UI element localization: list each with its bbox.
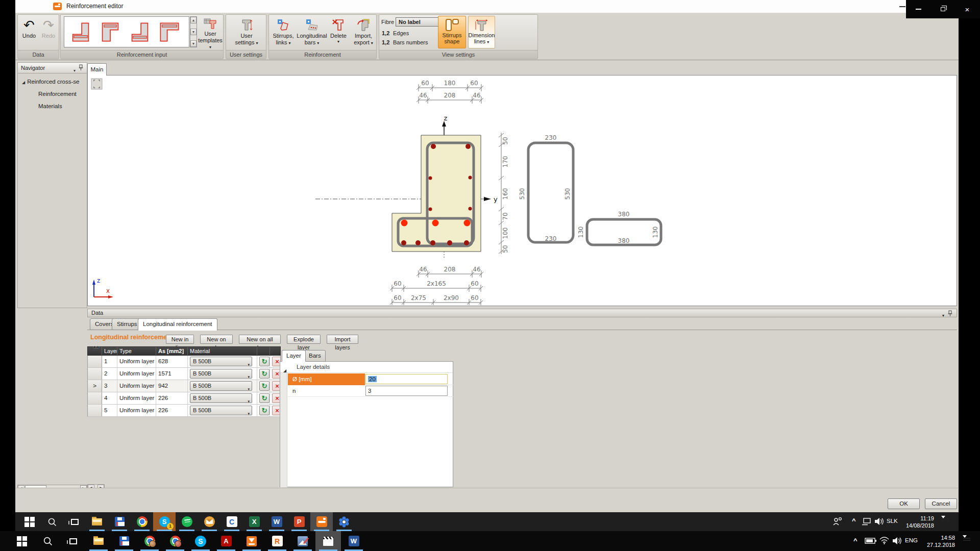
task-view-button[interactable] [63, 512, 86, 531]
data-panel-header[interactable]: Data ▾ [87, 309, 957, 317]
material-dropdown[interactable]: B 500B▾ [190, 369, 252, 379]
template-thumb-4[interactable] [156, 19, 183, 45]
taskbar-r-app[interactable]: R [264, 531, 290, 551]
navigator-header[interactable]: Navigator ▾ [18, 63, 87, 73]
edges-toggle[interactable]: Edges [393, 30, 409, 36]
pin-icon[interactable] [948, 310, 952, 319]
refresh-material-button[interactable]: ↻ [259, 357, 270, 366]
stirrups-links-button[interactable]: Stirrups, links ▾ [270, 15, 297, 49]
tree-item-materials[interactable]: Materials [38, 103, 62, 109]
restore-icon[interactable] [930, 0, 955, 18]
taskbar-file-explorer[interactable] [86, 531, 111, 551]
battery-icon[interactable] [865, 537, 877, 551]
n-input[interactable]: 3 [365, 386, 448, 396]
taskbar-chrome[interactable] [131, 512, 153, 531]
taskbar-chrome-profile-2[interactable] [162, 531, 188, 551]
table-row[interactable]: 2Uniform layer1571B 500B▾↻× [87, 368, 281, 380]
ok-button[interactable]: OK [888, 498, 920, 509]
explode-layer-button[interactable]: Explode layer [287, 335, 321, 344]
longitudinal-bars-button[interactable]: Longitudinal bars ▾ [298, 15, 326, 49]
import-export-button[interactable]: Import, export ▾ [351, 15, 376, 49]
scroll-down-icon[interactable]: ▼ [190, 40, 197, 47]
tab-main[interactable]: Main [87, 63, 107, 76]
user-settings-button[interactable]: User settings ▾ [233, 15, 260, 49]
material-dropdown[interactable]: B 500B▾ [190, 406, 252, 415]
template-thumb-3[interactable] [127, 19, 153, 45]
refresh-material-button[interactable]: ↻ [259, 381, 270, 391]
taskbar-excel[interactable]: X [243, 512, 265, 531]
new-on-edge-button[interactable]: New on edge [200, 335, 233, 344]
material-dropdown[interactable]: B 500B▾ [190, 393, 252, 403]
template-thumb-1[interactable] [67, 19, 94, 45]
tab-longitudinal-reinforcement[interactable]: Longitudinal reinforcement [138, 318, 217, 331]
wifi-icon[interactable] [879, 536, 890, 551]
refresh-material-button[interactable]: ↻ [259, 369, 270, 379]
delete-button[interactable]: Delete ▾ [327, 15, 350, 49]
close-icon[interactable]: × [955, 0, 979, 18]
taskbar-word[interactable]: W [341, 531, 366, 551]
cross-section-drawing[interactable]: 60 180 60 46 208 46 z y [90, 76, 955, 305]
pan-control-icon[interactable] [91, 79, 102, 89]
taskbar-word[interactable]: W [265, 512, 288, 531]
cancel-button[interactable]: Cancel [925, 498, 957, 509]
taskbar-file-explorer[interactable] [86, 512, 108, 531]
taskbar-movie-app-active[interactable] [315, 531, 341, 551]
tray-chevron-icon[interactable]: ^ [853, 537, 857, 551]
taskbar-mail[interactable] [198, 512, 220, 531]
concrete-section[interactable] [392, 135, 481, 252]
tree-item-reinforced-cross-section[interactable]: ◢Reinforced cross-se [22, 79, 79, 85]
table-row[interactable]: 1Uniform layer628B 500B▾↻× [87, 356, 281, 368]
chevron-down-icon[interactable]: ▾ [942, 312, 944, 319]
tree-item-reinforcement[interactable]: Reinforcement [38, 91, 77, 97]
taskbar-acrobat[interactable]: A [213, 531, 239, 551]
property-row-diameter[interactable]: Ø [mm] 20 [288, 373, 453, 385]
scroll-up-icon[interactable]: ▲ [190, 17, 197, 23]
start-button[interactable] [9, 531, 35, 551]
diameter-input[interactable]: 20 [365, 374, 448, 384]
new-on-all-edges-button[interactable]: New on all edges [239, 335, 281, 344]
property-row-n[interactable]: n 3 [288, 385, 453, 397]
language-indicator[interactable]: ENG [905, 537, 918, 551]
task-view-button[interactable] [60, 531, 86, 551]
layer-details-group[interactable]: ◢ Layer details [280, 362, 453, 373]
delete-layer-button[interactable]: × [272, 369, 280, 379]
refresh-material-button[interactable]: ↻ [259, 393, 270, 403]
clock[interactable]: 14:58 27.12.2018 [921, 534, 955, 551]
delete-layer-button[interactable]: × [272, 393, 280, 403]
taskbar-skype[interactable]: S [188, 531, 213, 551]
taskbar-spotify[interactable] [176, 512, 198, 531]
start-button[interactable] [18, 512, 41, 531]
taskbar-reinforcement-editor[interactable] [310, 512, 333, 531]
material-dropdown[interactable]: B 500B▾ [190, 357, 252, 366]
chevron-down-icon[interactable]: ▾ [74, 66, 76, 76]
undo-button[interactable]: ↶ Undo [20, 15, 38, 49]
minimize-icon[interactable] [906, 0, 930, 18]
taskbar-save-app[interactable] [108, 512, 131, 531]
user-templates-button[interactable]: User templates ▾ [198, 15, 223, 49]
expander-icon[interactable]: ◢ [22, 80, 25, 85]
template-thumb-2[interactable] [97, 19, 124, 45]
template-gallery[interactable] [64, 16, 189, 47]
taskbar-powerpoint[interactable]: P [288, 512, 310, 531]
search-button[interactable] [35, 531, 60, 551]
material-dropdown[interactable]: B 500B▾ [190, 381, 252, 391]
taskbar-photo-editor[interactable] [290, 531, 315, 551]
stirrups-shape-toggle[interactable]: Stirrups shape [438, 16, 466, 48]
delete-layer-button[interactable]: × [272, 381, 280, 391]
dimension-lines-toggle[interactable]: Dimension lines ▾ [468, 16, 495, 48]
template-scrollbar[interactable]: ▲ ▼ ▼ [190, 16, 197, 47]
delete-layer-button[interactable]: × [272, 406, 280, 415]
scroll-thumb[interactable]: ▼ [190, 29, 197, 35]
table-row[interactable]: 5Uniform layer226B 500B▾↻× [87, 405, 281, 417]
import-layers-button[interactable]: Import layers [327, 335, 358, 344]
tab-layer[interactable]: Layer [282, 350, 306, 362]
taskbar-save-app[interactable] [111, 531, 137, 551]
taskbar-download-app[interactable] [239, 531, 264, 551]
refresh-material-button[interactable]: ↻ [259, 406, 270, 415]
minimize-icon[interactable] [899, 6, 905, 7]
bars-numbers-toggle[interactable]: Bars numbers [393, 39, 428, 45]
redo-button[interactable]: ↷ Redo [39, 15, 58, 49]
taskbar-skype[interactable]: S1 [153, 512, 176, 531]
tab-bars[interactable]: Bars [304, 350, 326, 362]
search-button[interactable] [41, 512, 63, 531]
